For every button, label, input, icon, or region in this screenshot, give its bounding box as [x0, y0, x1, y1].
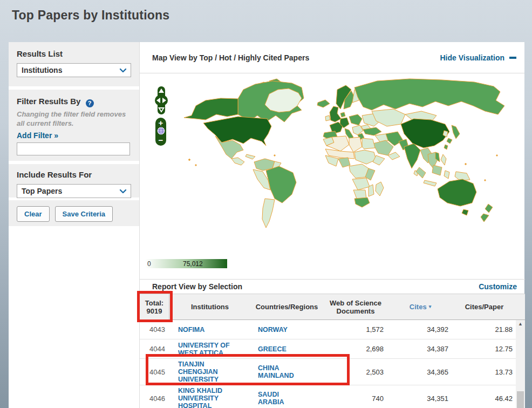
country-link[interactable]: NORWAY: [250, 326, 323, 334]
include-results-dropdown[interactable]: Top Papers: [17, 184, 131, 198]
country-russia: [354, 79, 504, 114]
chevron-down-icon: [118, 65, 128, 77]
country-taiwan: [444, 145, 448, 149]
rank-cell: 4043: [140, 325, 169, 334]
cites-cell: 34,392: [388, 325, 453, 334]
country-egypt: [362, 138, 375, 149]
filter-label: Filter Results By: [17, 97, 80, 106]
column-header-cites-per-paper[interactable]: Cites/Paper: [453, 294, 516, 319]
cites-per-paper-cell: 13.73: [453, 368, 516, 376]
region-angola-zambia: [352, 178, 370, 190]
top-papers-page: Top Papers by Institutions Results List …: [0, 0, 532, 408]
cites-label: Cites: [410, 303, 427, 311]
report-section: Report View by Selection Customize Total…: [140, 279, 525, 408]
results-list-panel: Results List Institutions: [9, 42, 139, 86]
country-libya: [349, 137, 362, 152]
total-value: 9019: [147, 307, 162, 315]
world-choropleth-map[interactable]: [140, 73, 524, 278]
total-header-cell: Total: 9019: [140, 294, 169, 319]
country-madagascar: [376, 182, 384, 196]
country-uk: [330, 106, 341, 122]
country-denmark: [340, 112, 345, 117]
country-iceland: [317, 100, 330, 107]
institution-link[interactable]: UNIVERSITY OF WEST ATTICA: [169, 342, 250, 357]
column-header-wos-documents[interactable]: Web of Science Documents: [323, 294, 388, 319]
sidebar: Results List Institutions Filter Results…: [9, 42, 139, 408]
country-tasmania: [462, 209, 468, 215]
filter-label-row: Filter Results By ?: [17, 97, 131, 107]
report-titlebar: Report View by Selection Customize: [140, 280, 525, 294]
institution-link[interactable]: NOFIMA: [169, 326, 250, 334]
region-argentina-chile: [262, 199, 275, 228]
table-row: 4043 NOFIMA NORWAY 1,572 34,392 21.88: [140, 320, 516, 339]
results-list-label: Results List: [17, 49, 131, 58]
customize-link[interactable]: Customize: [479, 282, 517, 291]
country-japan: [447, 138, 452, 144]
table-row: 4044 UNIVERSITY OF WEST ATTICA GREECE 2,…: [140, 339, 516, 359]
institution-link[interactable]: TIANJIN CHENGJIAN UNIVERSITY: [169, 361, 250, 383]
country-brazil: [266, 166, 296, 203]
institution-link[interactable]: KING KHALID UNIVERSITY HOSPITAL: [169, 387, 250, 408]
total-label: Total:: [145, 299, 163, 307]
zoom-out-button[interactable]: −: [159, 137, 163, 144]
cites-cell: 34,351: [388, 395, 453, 403]
cites-cell: 34,387: [388, 345, 453, 353]
country-south-africa: [354, 198, 370, 207]
filter-note: Changing the filter field removes all cu…: [17, 110, 131, 128]
country-link[interactable]: SAUDI ARABIA: [250, 391, 323, 406]
table-body: 4043 NOFIMA NORWAY 1,572 34,392 21.88 40…: [140, 320, 525, 408]
country-cuba: [245, 154, 255, 159]
column-header-cites[interactable]: Cites ▾: [388, 294, 453, 319]
zoom-in-button[interactable]: +: [159, 120, 163, 126]
include-results-panel: Include Results For Top Papers: [9, 164, 139, 198]
map-header: Map View by Top / Hot / Highly Cited Pap…: [140, 42, 524, 73]
country-alaska: [184, 98, 238, 120]
country-philippines: [441, 154, 446, 165]
include-results-value: Top Papers: [22, 187, 62, 195]
page-title: Top Papers by Institutions: [12, 8, 169, 23]
country-indonesia-sulawesi: [444, 171, 449, 179]
clear-button[interactable]: Clear: [17, 206, 50, 222]
island-dot: [189, 159, 190, 161]
country-australia: [438, 179, 476, 206]
report-view-title: Report View by Selection: [152, 282, 242, 291]
scroll-up-icon[interactable]: ▲: [516, 321, 525, 327]
header-scroll-spacer: [516, 294, 525, 319]
country-ireland: [325, 115, 330, 121]
column-header-institutions[interactable]: Institutions: [169, 294, 250, 319]
region-central-america: [231, 158, 244, 165]
map-pan-control[interactable]: [155, 86, 168, 117]
wos-documents-cell: 2,698: [323, 345, 388, 353]
cites-per-paper-cell: 46.42: [453, 395, 516, 403]
country-link[interactable]: CHINA MAINLAND: [250, 364, 323, 379]
table-rows: 4043 NOFIMA NORWAY 1,572 34,392 21.88 40…: [140, 320, 516, 408]
country-japan: [452, 125, 460, 139]
results-list-dropdown[interactable]: Institutions: [17, 63, 131, 77]
wos-documents-cell: 1,572: [323, 325, 388, 334]
country-link[interactable]: GREECE: [250, 345, 323, 353]
results-list-value: Institutions: [22, 66, 62, 74]
country-indonesia-sumatra: [416, 167, 426, 178]
map-zoom-control[interactable]: + −: [155, 118, 166, 146]
add-filter-link[interactable]: Add Filter »: [17, 131, 131, 140]
table-scrollbar[interactable]: ▲: [516, 320, 525, 408]
help-icon[interactable]: ?: [86, 99, 94, 107]
save-criteria-button[interactable]: Save Criteria: [55, 206, 113, 222]
hide-visualization-link[interactable]: Hide Visualization: [440, 53, 516, 62]
table-row-highlighted: 4045 TIANJIN CHENGJIAN UNIVERSITY CHINA …: [140, 359, 516, 385]
chevron-down-icon: [118, 186, 128, 198]
wos-documents-cell: 740: [323, 395, 388, 403]
country-india: [404, 144, 420, 168]
filter-input[interactable]: [17, 142, 130, 155]
legend-min-value: 0: [147, 260, 151, 268]
island-dot: [485, 180, 486, 181]
column-header-countries[interactable]: Countries/Regions: [250, 294, 323, 319]
country-new-zealand: [481, 214, 489, 222]
table-row: 4046 KING KHALID UNIVERSITY HOSPITAL SAU…: [140, 385, 516, 408]
island-dot: [496, 155, 497, 156]
rank-cell: 4046: [140, 395, 169, 403]
cites-cell: 34,365: [388, 368, 453, 376]
rank-cell: 4045: [140, 368, 169, 376]
main-panel: Map View by Top / Hot / Highly Cited Pap…: [139, 42, 524, 408]
scrollbar-thumb[interactable]: [517, 391, 524, 408]
